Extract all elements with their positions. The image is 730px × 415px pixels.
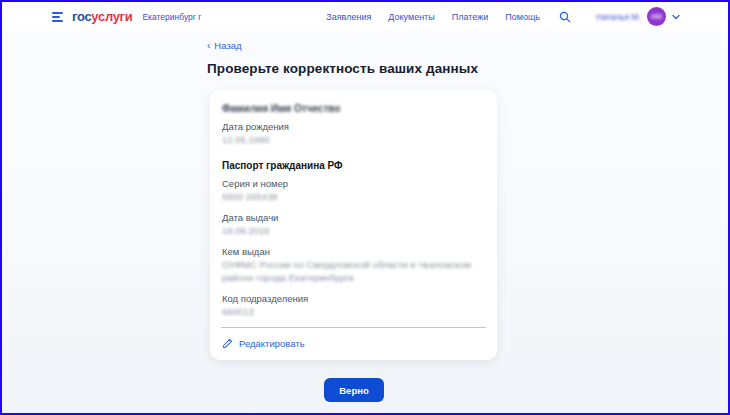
field-value-redacted: 12.05.1990 xyxy=(222,133,485,146)
location-selector[interactable]: Екатеринбург г xyxy=(142,12,201,22)
field-label: Серия и номер xyxy=(222,177,485,190)
user-name: Наталья М. xyxy=(596,12,641,22)
back-link[interactable]: ‹ Назад xyxy=(207,40,242,51)
logo-part-blue: гос xyxy=(72,9,91,24)
field-value-redacted: 6500 265438 xyxy=(222,190,485,203)
field-birth-date: Дата рождения 12.05.1990 xyxy=(222,120,485,146)
edit-label: Редактировать xyxy=(239,338,305,349)
page-body: ‹ Назад Проверьте корректность ваших дан… xyxy=(2,31,728,413)
field-label: Код подразделения xyxy=(222,292,485,305)
card-divider xyxy=(221,327,486,328)
field-passport-series-number: Серия и номер 6500 265438 xyxy=(222,177,485,203)
back-chevron-icon: ‹ xyxy=(207,41,210,51)
avatar[interactable]: НМ xyxy=(647,7,666,26)
search-icon[interactable] xyxy=(559,11,571,23)
field-label: Дата выдачи xyxy=(222,211,485,224)
confirm-button[interactable]: Верно xyxy=(324,378,384,402)
field-label: Дата рождения xyxy=(222,120,485,133)
page-title: Проверьте корректность ваших данных xyxy=(207,61,478,76)
back-label: Назад xyxy=(214,40,241,51)
full-name-redacted: Фамилия Имя Отчество xyxy=(222,102,485,115)
nav-item-documents[interactable]: Документы xyxy=(388,12,434,22)
logo-part-red: услуги xyxy=(91,9,132,24)
edit-button[interactable]: Редактировать xyxy=(222,338,305,349)
gosuslugi-logo[interactable]: госуслуги xyxy=(72,10,132,23)
field-issued-by: Кем выдан ОУФМС России по Свердловской о… xyxy=(222,245,485,284)
nav-item-applications[interactable]: Заявления xyxy=(326,12,371,22)
pencil-icon xyxy=(222,338,233,349)
menu-hamburger-icon[interactable] xyxy=(52,12,63,22)
top-header: госуслуги Екатеринбург г Заявления Докум… xyxy=(2,2,728,31)
chevron-down-icon[interactable] xyxy=(672,14,680,20)
field-value-redacted: 660013 xyxy=(222,305,485,318)
nav-item-help[interactable]: Помощь xyxy=(505,12,540,22)
field-label: Кем выдан xyxy=(222,245,485,258)
field-value-redacted: ОУФМС России по Свердловской области в Ч… xyxy=(222,258,485,284)
main-nav: Заявления Документы Платежи Помощь Натал… xyxy=(326,7,680,26)
personal-data-card: Фамилия Имя Отчество Дата рождения 12.05… xyxy=(210,90,497,360)
passport-section-title: Паспорт гражданина РФ xyxy=(222,159,485,172)
user-account-menu[interactable]: Наталья М. НМ xyxy=(596,7,680,26)
field-value-redacted: 19.08.2016 xyxy=(222,224,485,237)
field-issue-date: Дата выдачи 19.08.2016 xyxy=(222,211,485,237)
nav-item-payments[interactable]: Платежи xyxy=(452,12,489,22)
field-division-code: Код подразделения 660013 xyxy=(222,292,485,318)
